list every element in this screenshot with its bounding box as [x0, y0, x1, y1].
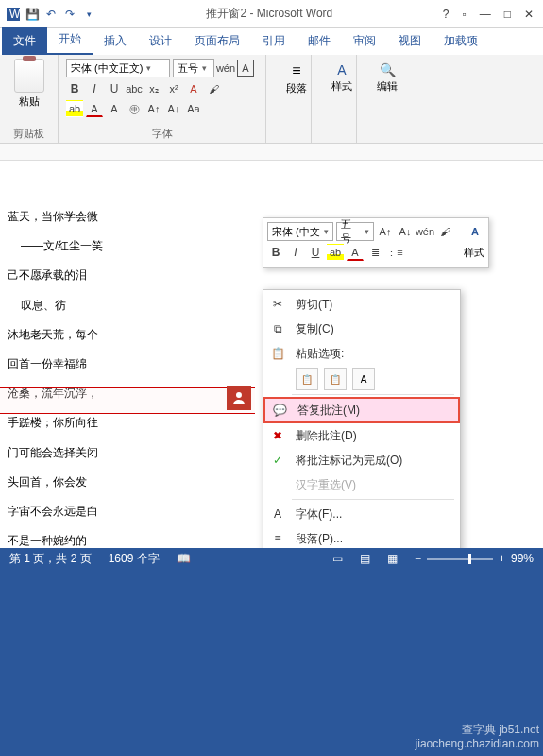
subscript-button[interactable]: x₂ — [145, 80, 162, 97]
cut-icon: ✂ — [269, 296, 286, 313]
qat-dropdown-icon[interactable]: ▾ — [81, 7, 96, 22]
doc-line: 叹息、彷 — [8, 297, 130, 315]
mini-toolbar: 宋体 (中文 五号 A↑ A↓ wén 🖌 A B I U ab A ≣ ⋮≡ … — [263, 217, 489, 268]
mini-shrink-font-icon[interactable]: A↓ — [397, 223, 414, 240]
ctx-reply-comment[interactable]: 💬答复批注(M) — [263, 397, 460, 423]
delete-comment-icon: ✖ — [269, 427, 286, 444]
char-border-icon[interactable]: A — [237, 60, 254, 77]
styles-icon[interactable]: A — [337, 62, 346, 77]
format-painter-icon[interactable]: 🖌 — [205, 80, 222, 97]
tab-mail[interactable]: 邮件 — [297, 27, 342, 55]
status-bar: 第 1 页，共 2 页 1609 个字 📖 ▭ ▤ ▦ − + 99% — [0, 548, 543, 569]
paragraph-icon[interactable]: ≡ — [292, 62, 300, 79]
enclose-char-icon[interactable]: ㊥ — [126, 100, 143, 117]
underline-button[interactable]: U — [106, 80, 123, 97]
tab-layout[interactable]: 页面布局 — [183, 27, 251, 55]
paragraph-label: 段落 — [286, 81, 307, 95]
mini-numbering-icon[interactable]: ⋮≡ — [386, 244, 403, 261]
mini-phonetic-icon[interactable]: wén — [416, 223, 433, 240]
mini-underline-button[interactable]: U — [307, 244, 324, 261]
italic-button[interactable]: I — [86, 80, 103, 97]
tab-file[interactable]: 文件 — [2, 27, 47, 55]
mini-font-combo[interactable]: 宋体 (中文 — [267, 222, 333, 241]
font-combo[interactable]: 宋体 (中文正文) — [66, 59, 170, 77]
text-effects-icon[interactable]: A — [185, 80, 202, 97]
view-web-icon[interactable]: ▦ — [387, 552, 398, 565]
paste-icon[interactable] — [14, 59, 44, 93]
ruler — [0, 144, 543, 161]
background-fill: 查字典 jb51.net jiaocheng.chazidian.com — [0, 569, 543, 756]
superscript-button[interactable]: x² — [165, 80, 182, 97]
ctx-copy[interactable]: ⧉复制(C) — [263, 317, 460, 341]
doc-line: ——文/红尘一笑 — [8, 237, 130, 255]
paragraph-dialog-icon: ≡ — [269, 530, 286, 547]
tab-home[interactable]: 开始 — [47, 26, 93, 55]
mini-format-painter-icon[interactable]: 🖌 — [436, 223, 453, 240]
find-icon[interactable]: 🔍 — [380, 62, 396, 77]
size-combo[interactable]: 五号 — [173, 59, 214, 77]
zoom-level[interactable]: 99% — [511, 552, 534, 565]
paste-label: 粘贴 — [19, 94, 40, 109]
doc-line: 沐地老天荒，每个 — [8, 326, 130, 344]
undo-icon[interactable]: ↶ — [43, 7, 59, 22]
ctx-font[interactable]: A字体(F)... — [263, 502, 460, 526]
reply-icon: 💬 — [271, 402, 288, 419]
zoom-in-button[interactable]: + — [499, 552, 505, 565]
ctx-delete-comment[interactable]: ✖删除批注(D) — [263, 423, 460, 448]
separator — [292, 394, 454, 395]
mini-font-color-button[interactable]: A — [347, 244, 364, 261]
page-status[interactable]: 第 1 页，共 2 页 — [9, 551, 92, 567]
language-status[interactable]: 📖 — [177, 552, 191, 565]
comment-avatar-icon[interactable] — [227, 386, 251, 410]
ctx-paste-options-label: 📋粘贴选项: — [263, 341, 460, 366]
ctx-cut[interactable]: ✂剪切(T) — [263, 292, 460, 317]
word-icon: W — [6, 7, 21, 22]
paste-merge-formatting[interactable]: 📋 — [324, 368, 347, 390]
paste-text-only[interactable]: A — [352, 368, 375, 390]
change-case-icon[interactable]: Aa — [185, 100, 202, 117]
save-icon[interactable]: 💾 — [25, 7, 40, 22]
ctx-reconvert: 汉字重选(V) — [263, 472, 460, 497]
tab-references[interactable]: 引用 — [251, 27, 297, 55]
mini-size-combo[interactable]: 五号 — [336, 222, 374, 241]
minimize-button[interactable]: — — [480, 8, 491, 21]
editing-label: 编辑 — [377, 79, 398, 94]
tab-design[interactable]: 设计 — [138, 27, 183, 55]
strike-button[interactable]: abc — [126, 80, 143, 97]
mini-styles-icon[interactable]: A — [467, 223, 484, 240]
font-color-button[interactable]: A — [86, 100, 103, 117]
view-print-icon[interactable]: ▭ — [332, 552, 343, 565]
bold-button[interactable]: B — [66, 80, 83, 97]
mini-bullets-icon[interactable]: ≣ — [366, 244, 383, 261]
mini-styles-label: 样式 — [464, 246, 484, 260]
tab-view[interactable]: 视图 — [387, 27, 433, 55]
close-button[interactable]: ✕ — [524, 8, 534, 21]
paste-keep-formatting[interactable]: 📋 — [296, 368, 318, 390]
maximize-button[interactable]: □ — [504, 8, 511, 21]
doc-line: 手蹉楼；你所向往 — [8, 414, 130, 432]
view-read-icon[interactable]: ▤ — [360, 552, 370, 565]
mini-highlight-button[interactable]: ab — [327, 244, 344, 261]
char-shading-icon[interactable]: A — [106, 100, 123, 117]
tab-insert[interactable]: 插入 — [93, 27, 138, 55]
ribbon-display-button[interactable]: ▫ — [462, 8, 466, 21]
window-title: 推开窗2 - Microsoft Word — [96, 6, 443, 22]
tab-review[interactable]: 审阅 — [342, 27, 387, 55]
font-group-label: 字体 — [66, 127, 258, 141]
clipboard-group-label: 剪贴板 — [8, 127, 50, 141]
shrink-font-icon[interactable]: A↓ — [165, 100, 182, 117]
phonetic-icon[interactable]: wén — [217, 60, 234, 77]
watermark: 查字典 jb51.net jiaocheng.chazidian.com — [416, 723, 539, 752]
ctx-mark-done[interactable]: ✓将批注标记为完成(O) — [263, 448, 460, 472]
tab-addins[interactable]: 加载项 — [433, 27, 489, 55]
highlight-button[interactable]: ab — [66, 100, 83, 117]
zoom-out-button[interactable]: − — [415, 552, 421, 565]
mini-bold-button[interactable]: B — [267, 244, 284, 261]
word-count[interactable]: 1609 个字 — [109, 551, 160, 567]
help-button[interactable]: ? — [443, 8, 450, 21]
mini-italic-button[interactable]: I — [287, 244, 304, 261]
grow-font-icon[interactable]: A↑ — [145, 100, 162, 117]
redo-icon[interactable]: ↷ — [62, 7, 77, 22]
zoom-slider[interactable] — [427, 558, 493, 560]
mini-grow-font-icon[interactable]: A↑ — [377, 223, 394, 240]
